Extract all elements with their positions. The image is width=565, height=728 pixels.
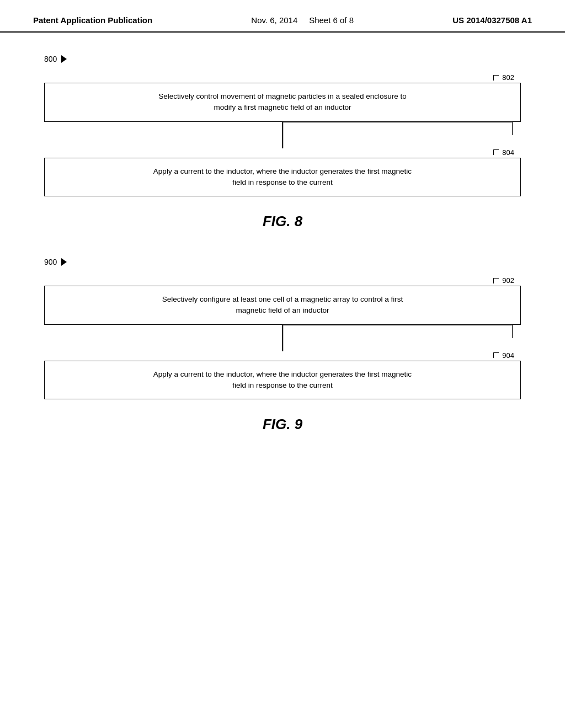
figure-8-section: 800 802 Selectively control movement of … (44, 55, 521, 230)
fig8-ref-804: 804 (44, 148, 521, 157)
fig8-step-802-text-line1: Selectively control movement of magnetic… (158, 92, 406, 100)
fig8-802-number: 802 (502, 73, 514, 82)
diagram-800-arrow (61, 55, 67, 63)
header-date-sheet: Nov. 6, 2014 Sheet 6 of 8 (251, 15, 354, 25)
fig8-flow: 802 Selectively control movement of magn… (44, 73, 521, 196)
diagram-900-arrow (61, 258, 67, 266)
diagram-900-number: 900 (44, 258, 57, 266)
fig8-ref-802: 802 (44, 73, 521, 82)
fig8-step-802-box: Selectively control movement of magnetic… (44, 83, 521, 122)
fig8-conn-horiz (282, 122, 513, 123)
fig8-connector (44, 122, 521, 148)
header-sheet: Sheet 6 of 8 (309, 15, 354, 25)
fig9-step-902-box: Selectively configure at least one cell … (44, 286, 521, 325)
fig9-ref-902: 902 (44, 276, 521, 285)
fig9-904-corner (493, 352, 499, 358)
fig8-step-804-text-line1: Apply a current to the inductor, where t… (153, 167, 412, 175)
fig8-step-804-box: Apply a current to the inductor, where t… (44, 158, 521, 197)
fig8-title: FIG. 8 (44, 213, 521, 230)
fig9-step-904-box: Apply a current to the inductor, where t… (44, 361, 521, 400)
fig9-conn-horiz (282, 325, 513, 326)
patent-page: Patent Application Publication Nov. 6, 2… (0, 0, 565, 728)
fig9-step-902-text-line1: Selectively configure at least one cell … (162, 295, 403, 303)
diagram-800-number: 800 (44, 55, 57, 63)
fig9-902-corner (493, 278, 499, 283)
header-publication-label: Patent Application Publication (33, 15, 152, 25)
diagram-900-label: 900 (44, 258, 521, 266)
fig8-conn-vert-right (512, 122, 513, 135)
fig8-804-number: 804 (502, 148, 514, 157)
fig9-flow: 902 Selectively configure at least one c… (44, 276, 521, 399)
fig8-step-802-text-line2: modify a first magnetic field of an indu… (214, 103, 351, 111)
fig9-904-number: 904 (502, 351, 514, 360)
main-content: 800 802 Selectively control movement of … (0, 33, 565, 483)
header-date: Nov. 6, 2014 (251, 15, 297, 25)
fig9-connector (44, 325, 521, 351)
fig9-902-number: 902 (502, 276, 514, 285)
diagram-800-label: 800 (44, 55, 521, 63)
fig9-step-904-text-line2: field in response to the current (232, 381, 333, 389)
fig8-step-804-text-line2: field in response to the current (232, 178, 333, 186)
fig8-802-corner (493, 75, 499, 81)
fig9-title: FIG. 9 (44, 416, 521, 433)
header-patent-number: US 2014/0327508 A1 (452, 15, 532, 25)
page-header: Patent Application Publication Nov. 6, 2… (0, 0, 565, 33)
fig9-ref-904: 904 (44, 351, 521, 360)
figure-9-section: 900 902 Selectively configure at least o… (44, 258, 521, 433)
fig9-conn-vert (282, 325, 283, 351)
fig9-step-902-text-line2: magnetic field of an inductor (236, 306, 329, 314)
fig9-step-904-text-line1: Apply a current to the inductor, where t… (153, 370, 412, 378)
fig8-804-corner (493, 149, 499, 155)
fig9-conn-vert-right (512, 325, 513, 338)
fig8-conn-vert (282, 122, 283, 148)
